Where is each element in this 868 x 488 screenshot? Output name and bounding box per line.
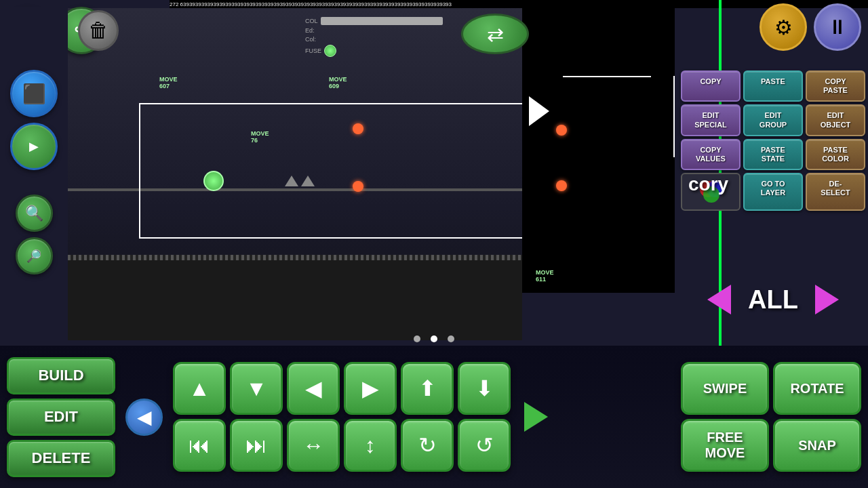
move-right-button[interactable]: ▶ xyxy=(344,362,397,415)
edit-mode-button[interactable]: EDIT xyxy=(7,399,115,436)
fuse-icon xyxy=(324,45,336,57)
cory-label: cory xyxy=(688,174,728,195)
edit-group-button[interactable]: EDITGROUP xyxy=(743,104,803,136)
move-left-button[interactable]: ◀ xyxy=(287,362,340,415)
spike-row xyxy=(68,255,522,260)
col-label-1: COL xyxy=(305,18,318,24)
pause-icon: ⏸ xyxy=(827,16,848,39)
zoom-out-icon: 🔎 xyxy=(26,249,41,264)
move-label-1: MOVE607 xyxy=(159,76,178,89)
right-action-buttons: SWIPE ROTATE FREEMOVE SNAP xyxy=(674,355,868,479)
big-down-icon: ⬇ xyxy=(475,375,494,401)
settings-button[interactable]: ⚙ xyxy=(760,3,807,51)
copy-paste-button[interactable]: COPYPASTE xyxy=(806,70,865,102)
col-bar-1 xyxy=(321,17,443,25)
move-label-3: MOVE76 xyxy=(251,130,269,144)
mid-orange-dot-1 xyxy=(556,125,567,136)
swap-icon: ⇄ xyxy=(487,22,504,46)
paste-state-button[interactable]: PASTESTATE xyxy=(743,139,803,170)
left-arrow-icon: ◀ xyxy=(137,406,152,428)
selection-box xyxy=(139,103,522,239)
mid-orange-dot-2 xyxy=(556,180,567,191)
deselect-button[interactable]: DE-SELECT xyxy=(806,173,865,211)
big-up-icon: ⬆ xyxy=(418,375,437,401)
nav-dot-2[interactable] xyxy=(431,336,437,342)
direction-buttons-grid: ▲ ▼ ◀ ▶ ⬆ ⬇ ⏮ ⏭ ↔ ↕ ↻ ↺ xyxy=(166,355,517,479)
rotate-ccw-button[interactable]: ↺ xyxy=(458,419,511,472)
fast-back-button[interactable]: ⏮ xyxy=(173,419,226,472)
copy-values-button[interactable]: COPYVALUES xyxy=(681,139,741,170)
zoom-out-button[interactable]: 🔎 xyxy=(16,237,53,274)
middle-area: MOVE611 xyxy=(522,8,675,293)
rotate-cw-button[interactable]: ↻ xyxy=(401,419,454,472)
flip-h-icon: ↔ xyxy=(302,433,324,458)
left-toolbar: ⬛ ▶ 🔍 🔎 xyxy=(0,7,68,339)
zoom-in-button[interactable]: 🔍 xyxy=(16,195,53,232)
object-icon: ⬛ xyxy=(22,83,46,105)
orange-dot-1 xyxy=(353,123,363,134)
build-mode-button[interactable]: BUILD xyxy=(7,357,115,394)
object-button[interactable]: ⬛ xyxy=(10,70,58,117)
signal-line-1 xyxy=(563,76,651,77)
fast-forward-button[interactable]: ⏭ xyxy=(230,419,283,472)
score-text: 272 639393939393939393939393939393939393… xyxy=(170,1,452,7)
bottom-left-arrow-button[interactable]: ◀ xyxy=(125,399,163,436)
flip-v-icon: ↕ xyxy=(365,433,376,458)
delete-mode-button[interactable]: DELETE xyxy=(7,440,115,477)
ground-lower xyxy=(68,259,522,340)
edit-special-button[interactable]: EDITSPECIAL xyxy=(681,104,741,136)
layer-icon: ▶ xyxy=(29,139,39,154)
right-pointer xyxy=(529,96,549,126)
up-arrow-icon: ▲ xyxy=(189,376,210,401)
rotate-ccw-icon: ↺ xyxy=(475,432,494,458)
fast-back-icon: ⏮ xyxy=(189,433,210,458)
pause-button[interactable]: ⏸ xyxy=(814,3,861,51)
all-right-button[interactable] xyxy=(815,285,839,314)
fuse-label: FUSE xyxy=(305,47,321,54)
gear-icon: ⚙ xyxy=(774,16,793,39)
trash-icon-symbol: 🗑 xyxy=(88,19,108,42)
orange-dot-2 xyxy=(353,181,363,192)
nav-dot-1[interactable] xyxy=(414,336,420,342)
go-to-layer-button[interactable]: GO TOLAYER xyxy=(743,173,803,211)
game-character xyxy=(203,171,224,191)
paste-button[interactable]: PASTE xyxy=(743,70,803,102)
swap-arrows-button[interactable]: ⇄ xyxy=(461,14,529,54)
col-indicator: COL Ed: Col: FUSE xyxy=(305,17,468,71)
move-down-button[interactable]: ▼ xyxy=(230,362,283,415)
nav-dot-3[interactable] xyxy=(448,336,454,342)
play-icon xyxy=(524,402,548,432)
col-label-3: Col: xyxy=(305,36,316,43)
big-up-button[interactable]: ⬆ xyxy=(401,362,454,415)
rotate-cw-icon: ↻ xyxy=(418,432,437,458)
flip-v-button[interactable]: ↕ xyxy=(344,419,397,472)
down-arrow-icon: ▼ xyxy=(245,376,267,401)
trash-button[interactable]: 🗑 xyxy=(78,10,119,51)
edit-object-button[interactable]: EDITOBJECT xyxy=(806,104,865,136)
paste-color-button[interactable]: PASTECOLOR xyxy=(806,139,865,170)
left-arrow-icon2: ◀ xyxy=(305,375,322,401)
flip-h-button[interactable]: ↔ xyxy=(287,419,340,472)
bottom-toolbar: BUILD EDIT DELETE ◀ ▲ ▼ ◀ ▶ ⬆ ⬇ ⏮ ⏭ ↔ ↕ … xyxy=(0,346,868,488)
all-left-button[interactable] xyxy=(707,285,731,314)
fast-forward-icon: ⏭ xyxy=(245,433,267,458)
copy-button[interactable]: COPY xyxy=(681,70,741,102)
rotate-button[interactable]: ROTATE xyxy=(773,362,861,415)
all-nav: ALL xyxy=(685,285,861,314)
swipe-button[interactable]: SWIPE xyxy=(681,362,769,415)
layer-button[interactable]: ▶ xyxy=(10,123,58,170)
move-label-2: MOVE609 xyxy=(329,76,347,89)
triangle-obstacle-1 xyxy=(285,176,315,189)
snap-button[interactable]: SNAP xyxy=(773,419,861,472)
move-up-button[interactable]: ▲ xyxy=(173,362,226,415)
free-move-button[interactable]: FREEMOVE xyxy=(681,419,769,472)
big-down-button[interactable]: ⬇ xyxy=(458,362,511,415)
signal-line-2 xyxy=(673,76,675,157)
play-button-bottom[interactable] xyxy=(524,402,548,432)
top-right-icons: ⚙ ⏸ xyxy=(760,3,861,51)
zoom-in-icon: 🔍 xyxy=(25,205,43,222)
mode-buttons: BUILD EDIT DELETE xyxy=(0,350,122,484)
all-label: ALL xyxy=(734,285,812,314)
right-arrow-icon: ▶ xyxy=(362,375,379,401)
nav-dots xyxy=(414,336,454,342)
